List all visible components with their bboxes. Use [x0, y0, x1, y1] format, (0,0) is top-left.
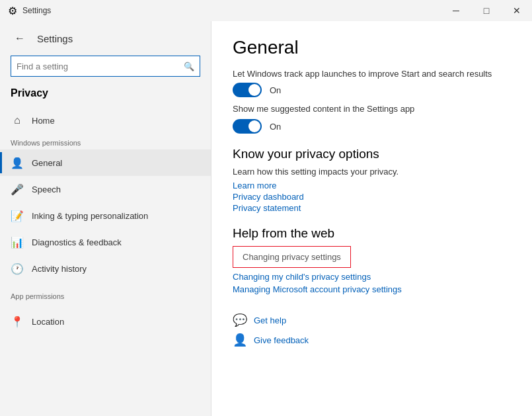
sidebar-item-label-general: General [32, 158, 62, 168]
get-help-link[interactable]: Get help [254, 315, 286, 325]
toggle-track-launches-knob [248, 84, 260, 96]
sidebar: ← Settings 🔍 Privacy ⌂ Home Windows perm… [0, 21, 211, 416]
title-bar-title: Settings [22, 6, 51, 15]
bottom-actions: 💬 Get help 👤 Give feedback [233, 313, 511, 347]
privacy-options-title: Know your privacy options [233, 147, 511, 161]
home-icon: ⌂ [11, 114, 24, 126]
sidebar-header: ← Settings [0, 21, 211, 56]
learn-more-link[interactable]: Learn more [233, 181, 511, 190]
toggle-suggested-desc: Show me suggested content in the Setting… [233, 104, 511, 114]
account-privacy-link[interactable]: Managing Microsoft account privacy setti… [233, 284, 511, 294]
inking-icon: 📝 [11, 210, 24, 222]
sidebar-item-label-location: Location [32, 317, 64, 327]
speech-icon: 🎤 [11, 183, 24, 196]
sidebar-item-diagnostics[interactable]: 📊 Diagnostics & feedback [0, 229, 211, 255]
toggle-suggested-knob [248, 120, 260, 132]
give-feedback-icon: 👤 [233, 333, 247, 347]
close-button[interactable]: ✕ [502, 0, 532, 21]
sidebar-section-app-permissions: App permissions [0, 287, 211, 303]
privacy-options-desc: Learn how this setting impacts your priv… [233, 167, 511, 177]
minimize-button[interactable]: ─ [441, 0, 471, 21]
title-bar: ⚙ Settings ─ □ ✕ [0, 0, 532, 21]
maximize-button[interactable]: □ [471, 0, 502, 21]
title-bar-controls: ─ □ ✕ [441, 0, 532, 21]
child-privacy-link[interactable]: Changing my child's privacy settings [233, 272, 511, 282]
activity-icon: 🕐 [11, 263, 24, 275]
get-help-item[interactable]: 💬 Get help [233, 313, 511, 327]
give-feedback-item[interactable]: 👤 Give feedback [233, 333, 511, 347]
sidebar-item-label-activity: Activity history [32, 264, 87, 274]
search-box[interactable]: 🔍 [11, 56, 200, 77]
sidebar-item-label-diagnostics: Diagnostics & feedback [32, 237, 122, 247]
general-icon: 👤 [11, 157, 24, 169]
sidebar-item-general[interactable]: 👤 General [0, 149, 211, 176]
page-title: General [233, 37, 511, 58]
sidebar-item-inking[interactable]: 📝 Inking & typing personalization [0, 202, 211, 229]
search-input[interactable] [17, 62, 184, 71]
give-feedback-link[interactable]: Give feedback [254, 335, 309, 345]
help-web-section: Help from the web Changing privacy setti… [233, 226, 511, 294]
privacy-dashboard-link[interactable]: Privacy dashboard [233, 192, 511, 202]
changing-privacy-settings-link[interactable]: Changing privacy settings [233, 246, 351, 268]
toggle-suggested-label: On [270, 122, 281, 132]
location-icon: 📍 [11, 315, 24, 328]
sidebar-item-activity[interactable]: 🕐 Activity history [0, 255, 211, 282]
app-container: ← Settings 🔍 Privacy ⌂ Home Windows perm… [0, 21, 532, 416]
toggle-track-launches-label: On [270, 85, 281, 95]
toggle-track-launches-desc: Let Windows track app launches to improv… [233, 69, 511, 79]
toggle-track-launches-row: On [233, 83, 511, 97]
privacy-statement-link[interactable]: Privacy statement [233, 203, 511, 213]
search-icon: 🔍 [184, 62, 194, 71]
help-web-title: Help from the web [233, 226, 511, 241]
sidebar-item-label-speech: Speech [32, 185, 61, 194]
toggle-track-launches[interactable] [233, 83, 262, 97]
back-button[interactable]: ← [11, 29, 29, 48]
sidebar-section-windows-permissions: Windows permissions [0, 134, 211, 149]
settings-icon: ⚙ [8, 5, 17, 17]
toggle-suggested[interactable] [233, 119, 262, 134]
title-bar-left: ⚙ Settings [8, 5, 51, 17]
sidebar-item-speech[interactable]: 🎤 Speech [0, 176, 211, 202]
diagnostics-icon: 📊 [11, 236, 24, 249]
main-content: General Let Windows track app launches t… [211, 21, 532, 416]
sidebar-item-label-home: Home [32, 116, 55, 126]
sidebar-item-location[interactable]: 📍 Location [0, 308, 211, 335]
current-page-label: Privacy [0, 85, 211, 107]
toggle-suggested-row: On [233, 119, 511, 134]
sidebar-item-home[interactable]: ⌂ Home [0, 107, 211, 134]
sidebar-item-label-inking: Inking & typing personalization [32, 211, 148, 221]
sidebar-app-title: Settings [37, 33, 73, 44]
get-help-icon: 💬 [233, 313, 247, 327]
